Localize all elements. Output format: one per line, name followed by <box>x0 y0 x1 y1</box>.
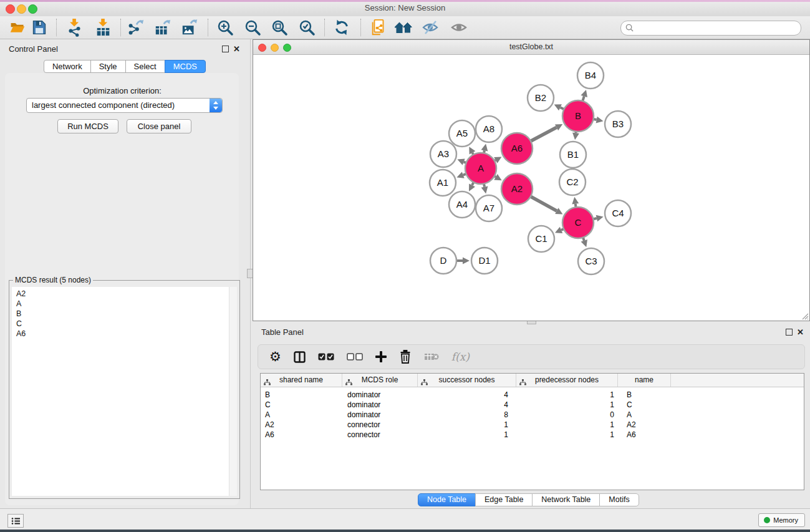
network-node-D[interactable]: D <box>430 248 456 274</box>
network-node-B3[interactable]: B3 <box>605 111 631 137</box>
add-column-button[interactable] <box>375 348 387 365</box>
network-node-A6[interactable]: A6 <box>501 133 533 164</box>
network-node-A7[interactable]: A7 <box>476 195 502 221</box>
network-node-A1[interactable]: A1 <box>430 170 456 196</box>
tab-mcds[interactable]: MCDS <box>165 60 206 73</box>
gear-icon: ⚙ <box>269 349 281 364</box>
search-input[interactable] <box>636 22 798 34</box>
zoom-selected-button[interactable] <box>297 18 316 37</box>
column-header-MCDS-role[interactable]: MCDS role <box>342 374 418 387</box>
network-window-titlebar[interactable]: testGlobe.txt <box>253 40 809 55</box>
result-item[interactable]: A2 <box>12 289 229 299</box>
save-session-button[interactable] <box>30 18 49 37</box>
close-panel-icon[interactable]: ✕ <box>797 329 804 336</box>
table-row[interactable]: Cdominator41C <box>261 400 804 410</box>
network-node-A4[interactable]: A4 <box>449 191 475 218</box>
table-toolbar: ⚙ <box>258 344 805 369</box>
network-node-C[interactable]: C <box>562 207 594 238</box>
column-header-name[interactable]: name <box>618 374 671 387</box>
network-node-B2[interactable]: B2 <box>528 85 554 111</box>
tab-style[interactable]: Style <box>90 60 126 73</box>
table-row[interactable]: A2connector11A2 <box>261 420 804 430</box>
import-table-button[interactable] <box>94 18 113 37</box>
close-panel-button[interactable]: Close panel <box>127 119 191 133</box>
svg-text:A8: A8 <box>483 123 494 134</box>
result-item[interactable]: C <box>12 319 229 329</box>
table-row[interactable]: Bdominator41B <box>261 390 804 400</box>
column-header-shared-name[interactable]: shared name <box>261 374 342 387</box>
refresh-button[interactable] <box>332 18 351 37</box>
import-table-icon <box>95 18 112 37</box>
eye-icon <box>450 19 468 36</box>
network-node-A5[interactable]: A5 <box>449 120 475 147</box>
zoom-in-icon <box>216 19 234 36</box>
import-network-button[interactable] <box>65 18 84 37</box>
zoom-out-button[interactable] <box>243 18 262 37</box>
toolbar-separator <box>120 19 121 36</box>
tab-edge-table[interactable]: Edge Table <box>475 493 533 506</box>
network-node-A2[interactable]: A2 <box>501 173 533 205</box>
table-row[interactable]: A6connector11A6 <box>261 430 804 440</box>
network-node-A3[interactable]: A3 <box>430 141 456 167</box>
svg-text:B2: B2 <box>535 92 546 103</box>
open-session-button[interactable] <box>8 18 27 37</box>
zoom-fit-button[interactable] <box>270 18 289 37</box>
network-node-B[interactable]: B <box>562 100 594 132</box>
task-history-button[interactable] <box>7 514 24 528</box>
network-canvas[interactable]: B4B2BB3A5A8A6B1A3AC2A1A2A4A7C4CC1DD1C3 <box>253 55 809 321</box>
tab-select[interactable]: Select <box>125 60 165 73</box>
tab-motifs[interactable]: Motifs <box>599 493 639 506</box>
delete-column-button[interactable] <box>399 348 412 365</box>
memory-button[interactable]: Memory <box>758 513 805 527</box>
result-item[interactable]: A <box>12 299 229 309</box>
zoom-selected-icon <box>298 19 316 36</box>
network-node-B1[interactable]: B1 <box>560 142 586 168</box>
result-item[interactable]: B <box>12 309 229 319</box>
svg-text:A: A <box>478 163 484 173</box>
network-node-C3[interactable]: C3 <box>578 248 604 274</box>
function-builder-button[interactable]: f(x) <box>451 348 470 365</box>
network-node-A8[interactable]: A8 <box>476 116 502 142</box>
home-layout-button[interactable] <box>394 18 413 37</box>
export-image-button[interactable] <box>180 18 199 37</box>
column-header-predecessor-nodes[interactable]: predecessor nodes <box>516 374 618 387</box>
column-header-successor-nodes[interactable]: successor nodes <box>418 374 516 387</box>
zoom-in-button[interactable] <box>216 18 234 37</box>
network-node-C4[interactable]: C4 <box>605 200 631 226</box>
show-columns-button[interactable] <box>294 348 306 365</box>
run-mcds-button[interactable]: Run MCDS <box>57 119 118 133</box>
window-resize-grip[interactable] <box>800 311 809 320</box>
float-panel-icon[interactable] <box>222 46 229 52</box>
network-node-C2[interactable]: C2 <box>559 169 586 195</box>
result-item[interactable]: A6 <box>12 329 229 339</box>
export-table-icon <box>154 18 171 37</box>
tab-node-table[interactable]: Node Table <box>418 493 476 506</box>
result-scrollbar[interactable] <box>229 287 237 496</box>
tab-network-table[interactable]: Network Table <box>532 493 600 506</box>
network-from-file-button[interactable] <box>369 18 388 37</box>
tab-network[interactable]: Network <box>44 60 91 73</box>
delete-table-button[interactable] <box>424 348 439 365</box>
table-settings-button[interactable]: ⚙ <box>269 348 281 365</box>
network-node-B4[interactable]: B4 <box>577 62 604 89</box>
control-panel-window-icons: ✕ <box>222 46 240 52</box>
show-panel-button[interactable] <box>450 18 468 37</box>
optimization-dropdown[interactable]: largest connected component (directed) <box>26 98 223 113</box>
edge-arrowhead <box>481 144 488 152</box>
table-row[interactable]: Adominator80A <box>261 410 804 420</box>
deselect-all-button[interactable] <box>347 348 363 365</box>
export-network-button[interactable] <box>127 18 145 37</box>
svg-text:A3: A3 <box>438 148 449 159</box>
memory-status-icon <box>764 517 770 523</box>
network-node-A[interactable]: A <box>465 153 496 184</box>
eye-slash-icon <box>422 19 439 36</box>
close-panel-icon[interactable]: ✕ <box>233 46 240 52</box>
network-node-D1[interactable]: D1 <box>471 248 498 274</box>
export-table-button[interactable] <box>153 18 172 37</box>
float-panel-icon[interactable] <box>786 329 793 336</box>
window-title: Session: New Session <box>0 3 810 12</box>
zoom-out-icon <box>244 19 261 36</box>
hide-panel-button[interactable] <box>421 18 440 37</box>
network-node-C1[interactable]: C1 <box>528 226 554 252</box>
select-all-button[interactable] <box>318 348 334 365</box>
